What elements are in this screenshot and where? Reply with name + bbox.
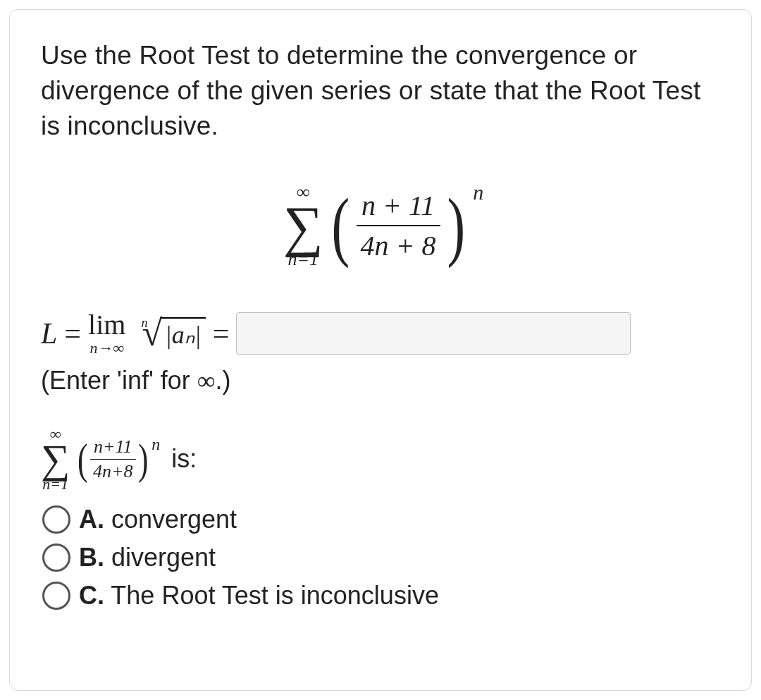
frac-num-small: n+11 [91,436,135,459]
series-restate: ∞ ∑ n=1 ( n+11 4n+8 ) n is: [41,426,726,492]
option-c: C. The Root Test is inconclusive [42,581,726,610]
series-display: ∞ ∑ n=1 ( n + 11 4n + 8 ) n [41,172,726,269]
fraction-numerator: n + 11 [357,189,439,225]
equals-1: = [64,317,81,350]
option-a-text: convergent [104,505,237,534]
frac-den-small: 4n+8 [90,460,136,482]
sigma-icon-small: ∑ [41,441,70,478]
input-hint: (Enter 'inf' for ∞.) [41,366,726,395]
radio-b[interactable] [42,544,70,572]
right-paren-small-icon: ) [138,444,148,474]
radio-c[interactable] [42,582,70,610]
option-b-text: divergent [104,543,216,572]
option-a-letter: A. [79,505,104,534]
infinity-icon: ∞ [197,367,216,395]
radicand: |aₙ| [161,317,206,350]
sigma-operator: ∞ ∑ n=1 [283,183,323,269]
nth-root: n √ |aₙ| [135,317,205,350]
equals-2: = [213,317,230,350]
sigma-operator-small: ∞ ∑ n=1 [41,426,70,492]
hint-suffix: .) [216,366,231,395]
limit-answer-input[interactable] [236,312,631,355]
question-card: Use the Root Test to determine the conve… [9,9,752,691]
option-b-label: B. divergent [79,543,216,572]
option-b: B. divergent [42,543,726,572]
left-paren-icon: ( [331,197,349,255]
limit-row: L = lim n→∞ n √ |aₙ| = [41,311,726,356]
option-c-text: The Root Test is inconclusive [104,581,439,610]
is-label: is: [171,444,197,474]
sum-lower: n=1 [288,250,319,269]
hint-prefix: (Enter 'inf' for [41,366,197,395]
option-a: A. convergent [42,505,726,534]
L-symbol: L [41,317,57,350]
option-c-label: C. The Root Test is inconclusive [79,581,439,610]
series-exponent: n [473,180,483,204]
option-a-label: A. convergent [79,505,237,534]
series-term: ( n + 11 4n + 8 ) [328,189,469,262]
radio-a[interactable] [42,505,70,534]
sigma-icon: ∑ [283,201,323,252]
fraction-denominator: 4n + 8 [357,226,440,262]
right-paren-icon: ) [447,197,465,255]
question-prompt: Use the Root Test to determine the conve… [41,38,726,144]
answer-options: A. convergent B. divergent C. The Root T… [42,505,726,610]
sum-lower-small: n=1 [42,477,68,492]
left-paren-small-icon: ( [78,444,87,474]
option-b-letter: B. [79,543,104,572]
option-c-letter: C. [79,581,104,610]
limit-expression: L = lim n→∞ n √ |aₙ| = [41,311,229,356]
lim-text: lim [88,311,125,339]
exponent-small: n [151,435,160,454]
lim-subscript: n→∞ [89,340,124,356]
root-index: n [141,316,147,331]
